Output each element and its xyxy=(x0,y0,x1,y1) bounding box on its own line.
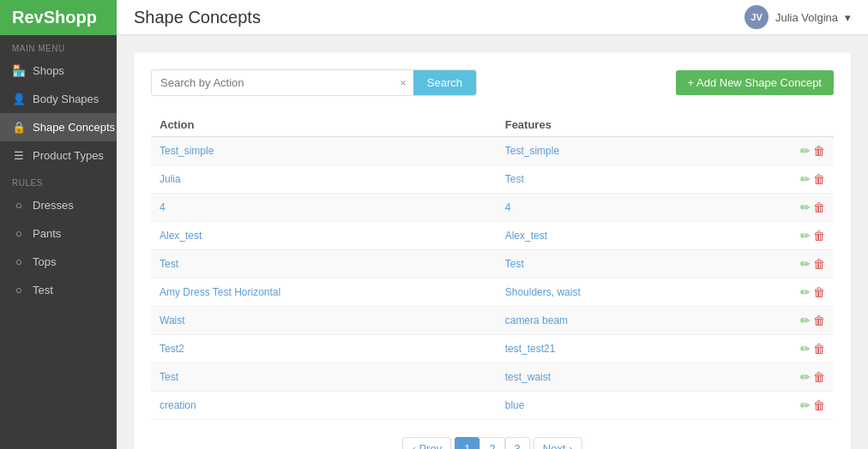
row-actions: ✏ 🗑 xyxy=(728,250,834,278)
page-1-button[interactable]: 1 xyxy=(455,437,479,449)
table-body: Test_simple Test_simple ✏ 🗑 Julia Test ✏… xyxy=(151,137,834,420)
sidebar-rules: ○Dresses○Pants○Tops○Test xyxy=(0,191,117,304)
sidebar-item-tops[interactable]: ○Tops xyxy=(0,248,117,276)
features-column-header: Features xyxy=(497,113,728,137)
search-button[interactable]: Search xyxy=(413,70,476,95)
page-3-button[interactable]: 3 xyxy=(505,437,530,449)
table-row: Test Test ✏ 🗑 xyxy=(151,250,834,278)
delete-icon[interactable]: 🗑 xyxy=(813,257,825,271)
edit-icon[interactable]: ✏ xyxy=(800,342,811,356)
features-cell: camera beam xyxy=(497,307,728,335)
features-cell: Shoulders, waist xyxy=(497,278,728,307)
edit-icon[interactable]: ✏ xyxy=(800,285,811,299)
logo: RevShopp xyxy=(0,0,117,35)
sidebar-item-label: Tops xyxy=(33,255,56,268)
delete-icon[interactable]: 🗑 xyxy=(813,229,825,242)
features-cell: blue xyxy=(497,392,728,420)
add-shape-concept-button[interactable]: + Add New Shape Concept xyxy=(676,70,834,95)
circle-icon: ○ xyxy=(12,255,26,268)
delete-icon[interactable]: 🗑 xyxy=(813,201,825,214)
sidebar-item-label: Product Types xyxy=(33,149,104,162)
circle-icon: ○ xyxy=(12,284,26,296)
topbar: Shape Concepts JV Julia Volgina ▾ xyxy=(117,0,868,35)
page-title: Shape Concepts xyxy=(134,8,261,27)
row-actions: ✏ 🗑 xyxy=(728,222,834,250)
delete-icon[interactable]: 🗑 xyxy=(813,342,825,356)
content-area: × Search + Add New Shape Concept Action … xyxy=(117,35,868,449)
rules-label: Rules xyxy=(0,170,117,191)
features-cell: Test xyxy=(497,165,728,194)
sidebar-item-label: Dresses xyxy=(33,199,74,212)
edit-icon[interactable]: ✏ xyxy=(800,370,811,384)
table-row: creation blue ✏ 🗑 xyxy=(151,392,834,420)
table-row: Test test_waist ✏ 🗑 xyxy=(151,363,834,392)
sidebar-nav: 🏪Shops👤Body Shapes🔒Shape Concepts☰Produc… xyxy=(0,57,117,170)
sidebar-item-shape-concepts[interactable]: 🔒Shape Concepts xyxy=(0,113,117,141)
actions-column-header xyxy=(728,113,834,137)
page-buttons: 123 xyxy=(455,437,530,449)
shape-concepts-icon: 🔒 xyxy=(12,121,26,134)
sidebar-item-label: Test xyxy=(33,284,53,296)
sidebar-item-product-types[interactable]: ☰Product Types xyxy=(0,141,117,170)
table-row: Test_simple Test_simple ✏ 🗑 xyxy=(151,137,834,165)
table-row: Waist camera beam ✏ 🗑 xyxy=(151,307,834,335)
delete-icon[interactable]: 🗑 xyxy=(813,144,825,158)
features-cell: Test xyxy=(497,250,728,278)
row-actions: ✏ 🗑 xyxy=(728,335,834,363)
sidebar-item-label: Shops xyxy=(33,64,64,77)
avatar: JV xyxy=(744,5,769,29)
clear-search-button[interactable]: × xyxy=(393,73,413,93)
edit-icon[interactable]: ✏ xyxy=(800,144,811,158)
table-row: Alex_test Alex_test ✏ 🗑 xyxy=(151,222,834,250)
search-input[interactable] xyxy=(152,71,393,94)
edit-icon[interactable]: ✏ xyxy=(800,201,811,214)
body-shapes-icon: 👤 xyxy=(12,93,26,105)
page-2-button[interactable]: 2 xyxy=(479,437,504,449)
action-cell: Alex_test xyxy=(151,222,497,250)
row-actions: ✏ 🗑 xyxy=(728,194,834,222)
sidebar-item-label: Body Shapes xyxy=(33,93,99,105)
action-cell: Julia xyxy=(151,165,497,194)
table-row: Julia Test ✏ 🗑 xyxy=(151,165,834,194)
main-menu-label: Main Menu xyxy=(0,35,117,57)
delete-icon[interactable]: 🗑 xyxy=(813,285,825,299)
delete-icon[interactable]: 🗑 xyxy=(813,314,825,327)
content-card: × Search + Add New Shape Concept Action … xyxy=(134,52,851,449)
delete-icon[interactable]: 🗑 xyxy=(813,370,825,384)
row-actions: ✏ 🗑 xyxy=(728,392,834,420)
sidebar: RevShopp Main Menu 🏪Shops👤Body Shapes🔒Sh… xyxy=(0,0,117,449)
sidebar-item-shops[interactable]: 🏪Shops xyxy=(0,57,117,85)
next-page-button[interactable]: Next › xyxy=(533,437,582,449)
table-row: 4 4 ✏ 🗑 xyxy=(151,194,834,222)
action-cell: Amy Dress Test Horizontal xyxy=(151,278,497,307)
sidebar-item-test[interactable]: ○Test xyxy=(0,276,117,304)
features-cell: 4 xyxy=(497,194,728,222)
action-cell: Test xyxy=(151,363,497,392)
row-actions: ✏ 🗑 xyxy=(728,137,834,165)
table-row: Amy Dress Test Horizontal Shoulders, wai… xyxy=(151,278,834,307)
row-actions: ✏ 🗑 xyxy=(728,278,834,307)
shape-concepts-table: Action Features Test_simple Test_simple … xyxy=(151,113,834,420)
edit-icon[interactable]: ✏ xyxy=(800,398,811,412)
sidebar-item-pants[interactable]: ○Pants xyxy=(0,219,117,248)
circle-icon: ○ xyxy=(12,227,26,240)
table-row: Test2 test_test21 ✏ 🗑 xyxy=(151,335,834,363)
pagination: ‹ Prev 123 Next › xyxy=(151,437,834,449)
product-types-icon: ☰ xyxy=(12,149,26,162)
action-column-header: Action xyxy=(151,113,497,137)
features-cell: Alex_test xyxy=(497,222,728,250)
action-cell: creation xyxy=(151,392,497,420)
sidebar-item-body-shapes[interactable]: 👤Body Shapes xyxy=(0,85,117,113)
edit-icon[interactable]: ✏ xyxy=(800,314,811,327)
edit-icon[interactable]: ✏ xyxy=(800,229,811,242)
features-cell: Test_simple xyxy=(497,137,728,165)
edit-icon[interactable]: ✏ xyxy=(800,172,811,186)
search-box: × Search xyxy=(151,69,477,96)
sidebar-item-dresses[interactable]: ○Dresses xyxy=(0,191,117,219)
delete-icon[interactable]: 🗑 xyxy=(813,172,825,186)
prev-page-button[interactable]: ‹ Prev xyxy=(402,437,451,449)
delete-icon[interactable]: 🗑 xyxy=(813,398,825,412)
search-row: × Search + Add New Shape Concept xyxy=(151,69,834,96)
edit-icon[interactable]: ✏ xyxy=(800,257,811,271)
user-menu[interactable]: JV Julia Volgina ▾ xyxy=(744,5,851,29)
